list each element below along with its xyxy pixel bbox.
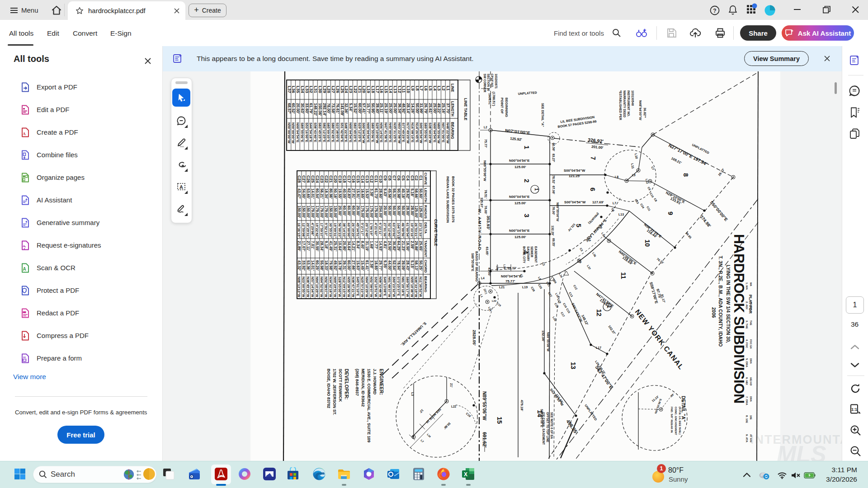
svg-text:58.13': 58.13' xyxy=(414,260,419,271)
svg-text:19°22'42": 19°22'42" xyxy=(315,223,319,238)
svg-text:16.50': 16.50' xyxy=(406,241,410,251)
svg-text:179.00': 179.00' xyxy=(315,206,320,218)
svg-text:9. ATA: 9. ATA xyxy=(745,434,748,443)
svg-text:THE: THE xyxy=(750,320,752,325)
svg-text:31.99': 31.99' xyxy=(419,103,424,114)
svg-text:L2: L2 xyxy=(484,126,487,129)
svg-text:15.52': 15.52' xyxy=(353,103,358,114)
svg-text:16.65': 16.65' xyxy=(360,188,365,199)
svg-text:SEE NOTE 6 OF BA: SEE NOTE 6 OF BA xyxy=(550,412,553,439)
svg-text:29.77': 29.77' xyxy=(378,260,383,271)
svg-text:C11: C11 xyxy=(374,175,378,183)
svg-text:175.00': 175.00' xyxy=(369,206,374,218)
svg-text:CURVE TABLE: CURVE TABLE xyxy=(434,219,438,246)
svg-text:1:1: 1:1 xyxy=(851,407,857,412)
svg-text:WARRANTY DEED: WARRANTY DEED xyxy=(623,90,626,117)
svg-text:L19: L19 xyxy=(522,286,528,289)
svg-text:N08°13'13"W: N08°13'13"W xyxy=(297,277,301,298)
svg-text:N00°04'54"E: N00°04'54"E xyxy=(349,122,353,142)
svg-text:25.16': 25.16' xyxy=(441,103,446,114)
svg-text:50.16': 50.16' xyxy=(333,188,338,199)
svg-text:19°09'31": 19°09'31" xyxy=(333,223,337,238)
svg-text:78.94': 78.94' xyxy=(396,260,401,271)
svg-text:DRA: DRA xyxy=(750,396,752,402)
svg-text:63°23'02": 63°23'02" xyxy=(392,223,396,238)
svg-text:8: 8 xyxy=(682,173,689,177)
svg-text:N64°10'29"W: N64°10'29"W xyxy=(315,277,319,298)
svg-text:L15: L15 xyxy=(384,86,388,93)
svg-text:S77°49'29"E: S77°49'29"E xyxy=(401,122,406,142)
svg-text:31.19': 31.19' xyxy=(365,241,369,251)
svg-text:OFFSET TO TOP LINE: OFFSET TO TOP LINE xyxy=(546,412,549,442)
svg-text:N89°55'06"W: N89°55'06"W xyxy=(483,160,487,182)
svg-text:L32: L32 xyxy=(309,86,313,93)
svg-text:60.00': 60.00' xyxy=(351,206,356,216)
svg-text:21': 21' xyxy=(450,383,453,388)
svg-text:S83°45'25"E: S83°45'25"E xyxy=(353,122,357,142)
svg-text:150.00': 150.00' xyxy=(297,206,302,218)
svg-text:5.16': 5.16' xyxy=(410,188,415,197)
svg-text:76.00': 76.00' xyxy=(552,206,555,215)
svg-text:335.97': 335.97' xyxy=(480,197,483,208)
svg-text:N89°55'06"W: N89°55'06"W xyxy=(556,202,559,221)
svg-text:S28°05'06"W: S28°05'06"W xyxy=(338,277,342,297)
svg-text:76.00': 76.00' xyxy=(484,206,487,215)
svg-text:N36°33'19"W: N36°33'19"W xyxy=(414,277,418,298)
svg-text:A: A xyxy=(23,131,26,136)
svg-text:BEGINNING: BEGINNING xyxy=(505,98,509,117)
svg-text:L23: L23 xyxy=(349,86,353,93)
svg-text:60.25': 60.25' xyxy=(315,260,320,271)
svg-text:N89°55'06"W: N89°55'06"W xyxy=(437,122,441,144)
svg-text:N38°45'15"W: N38°45'15"W xyxy=(306,277,310,298)
svg-text:27.91': 27.91' xyxy=(351,188,356,199)
svg-text:C12: C12 xyxy=(369,175,374,183)
svg-text:S89°55'08"E: S89°55'08"E xyxy=(471,253,474,272)
svg-text:W. AMITY ROAD: W. AMITY ROAD xyxy=(477,209,482,251)
svg-text:DELTA: DELTA xyxy=(424,222,428,234)
svg-text:SEE DETAIL "A": SEE DETAIL "A" xyxy=(541,103,544,127)
svg-text:N50°00'00"W: N50°00'00"W xyxy=(291,122,295,144)
svg-text:LENGTH: LENGTH xyxy=(450,101,454,117)
svg-text:N09°29'51"W: N09°29'51"W xyxy=(333,277,337,298)
svg-text:15: 15 xyxy=(496,417,503,424)
svg-text:49.92': 49.92' xyxy=(333,260,338,271)
svg-text:BEARING: BEARING xyxy=(450,122,454,139)
svg-text:N77°49'29"W: N77°49'29"W xyxy=(406,122,410,144)
svg-text:N61°48'37"W: N61°48'37"W xyxy=(387,277,392,298)
svg-text:LYING IN THE SW 1/4 SECTION 30: LYING IN THE SW 1/4 SECTION 30, xyxy=(726,265,731,343)
svg-text:14.01': 14.01' xyxy=(311,188,315,199)
svg-text:1530 E. COMMERCIAL AVE., SUITE: 1530 E. COMMERCIAL AVE., SUITE 109 xyxy=(367,369,371,442)
svg-text:26°53'21": 26°53'21" xyxy=(414,223,418,238)
svg-text:58.66': 58.66' xyxy=(414,188,419,199)
svg-text:J.J. HOWARD: J.J. HOWARD xyxy=(373,369,377,394)
svg-text:63.65': 63.65' xyxy=(486,247,489,256)
svg-text:60.00': 60.00' xyxy=(347,260,351,271)
svg-text:N55°16'38"W: N55°16'38"W xyxy=(410,277,414,298)
svg-text:28.14': 28.14' xyxy=(406,103,410,114)
svg-text:EASEMENT: EASEMENT xyxy=(534,246,538,263)
svg-text:150.00': 150.00' xyxy=(333,206,338,218)
svg-text:2828.05': 2828.05' xyxy=(472,330,476,346)
svg-text:RADIUS: RADIUS xyxy=(424,205,428,219)
svg-text:CURVE: CURVE xyxy=(424,173,428,185)
svg-text:(208) 846-8937: (208) 846-8937 xyxy=(355,369,359,396)
svg-text:5.15': 5.15' xyxy=(410,260,415,268)
svg-text:55.98': 55.98' xyxy=(320,260,324,271)
svg-text:L13: L13 xyxy=(393,86,397,93)
svg-text:50.25': 50.25' xyxy=(419,260,423,271)
svg-text:N64°10'29"W: N64°10'29"W xyxy=(365,277,369,298)
svg-text:50.00': 50.00' xyxy=(401,206,406,216)
svg-text:A: A xyxy=(23,267,26,272)
svg-text:9.18': 9.18' xyxy=(324,241,329,249)
svg-text:56°00'23": 56°00'23" xyxy=(338,223,342,238)
svg-text:C2: C2 xyxy=(414,175,419,181)
svg-text:61.73': 61.73' xyxy=(374,188,378,199)
svg-text:C26: C26 xyxy=(306,175,311,183)
svg-text:A: A xyxy=(179,184,183,190)
svg-text:3.38': 3.38' xyxy=(369,260,374,268)
svg-text:45°34'51": 45°34'51" xyxy=(356,223,360,238)
svg-text:N00°04'54"E: N00°04'54"E xyxy=(509,159,530,163)
svg-text:HARDROCK SUBDIVISION: HARDROCK SUBDIVISION xyxy=(731,234,747,404)
svg-text:50.60': 50.60' xyxy=(419,188,423,199)
svg-text:150.00': 150.00' xyxy=(302,206,306,218)
